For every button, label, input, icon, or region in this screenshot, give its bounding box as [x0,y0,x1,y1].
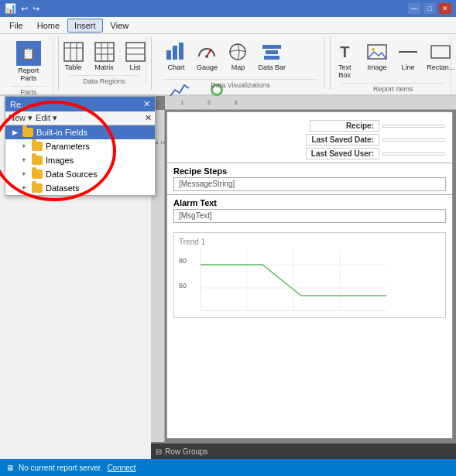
last-saved-user-field-row: Last Saved User: [306,148,444,159]
ribbon-report-parts-button[interactable]: 📋 Report Parts [11,39,46,84]
expander-icon: + [19,184,29,192]
ribbon-databar-button[interactable]: Data Bar [255,39,289,74]
status-server-icon: 🖥 [6,464,14,472]
minimize-button[interactable]: — [408,3,420,14]
tree-item-datasets[interactable]: + Datasets [5,181,155,195]
tree-item-data-sources-label: Data Sources [46,170,98,179]
ribbon-group-data-regions-label: Data Regions [69,75,139,85]
list-icon [125,41,146,63]
folder-datasets-icon [32,183,43,193]
ribbon-textbox-button[interactable]: T Text Box [330,39,360,81]
undo-icon[interactable]: ↩ [21,4,28,14]
trend-area: Trend 1 80 60 [173,232,446,318]
ribbon-separator-1 [58,37,59,90]
trend-y-label-60: 60 [179,282,187,289]
ruler-tick-2: 2 [207,99,210,106]
svg-rect-9 [126,43,145,61]
svg-point-17 [230,44,245,60]
last-saved-date-label: Last Saved Date: [306,134,379,146]
tree-item-images-label: Images [46,156,74,165]
recipe-steps-field: [MessageString] [173,177,446,191]
content-area: 1 2 3 1 2 3 Recipe: Last Saved Date: Las… [151,96,456,459]
folder-built-in-icon [22,128,33,137]
menu-view[interactable]: View [105,19,135,32]
ribbon-chart-button[interactable]: Chart [162,39,190,74]
status-bar: 🖥 No current report server. Connect [0,459,456,476]
table-label: Table [65,63,82,71]
folder-parameters-icon [32,142,43,151]
folder-images-icon [32,156,43,165]
side-panel-edit-button[interactable]: Edit ▾ [36,113,57,123]
ribbon-group-data-viz: Chart Gauge [156,37,325,89]
expander-icon: + [19,170,29,178]
maximize-button[interactable]: □ [423,3,436,14]
redo-icon[interactable]: ↪ [33,4,39,14]
map-icon [227,41,249,63]
trend-title: Trend 1 [179,238,441,246]
gauge-label: Gauge [197,63,218,71]
rectangle-icon [430,41,451,63]
side-panel-delete-button[interactable]: ✕ [145,113,152,123]
tree-item-data-sources[interactable]: + Data Sources [5,167,155,181]
side-panel-toolbar: New ▾ Edit ▾ ✕ [5,111,155,125]
matrix-label: Matrix [94,63,114,71]
tree-item-built-in-fields-label: Built-in Fields [36,128,87,137]
app-icon: 📊 [5,3,16,14]
tree-item-datasets-label: Datasets [46,183,79,193]
tree-item-parameters[interactable]: + Parameters [5,139,155,153]
expander-icon: + [19,142,29,150]
ribbon-group-report-items: T Text Box Image [335,37,451,93]
recipe-steps-title: Recipe Steps [173,166,446,176]
databar-label: Data Bar [258,63,286,71]
image-icon [366,41,388,63]
last-saved-user-label: Last Saved User: [306,148,379,159]
ruler-tick-1: 1 [180,99,183,106]
ribbon-separator-2 [151,37,152,90]
alarm-text-field: [MsgText] [173,209,446,223]
report-canvas: Recipe: Last Saved Date: Last Saved User… [166,111,453,439]
side-panel: Re... ✕ New ▾ Edit ▾ ✕ ▶ Built-in Fields… [5,96,156,196]
svg-rect-12 [166,50,171,60]
recipe-value [382,125,444,128]
row-groups-bar: ⊟ Row Groups [151,443,456,459]
list-label: List [129,63,140,71]
menu-insert[interactable]: Insert [67,19,103,33]
ribbon-list-button[interactable]: List [122,39,149,74]
recipe-label: Recipe: [310,120,379,132]
ribbon-group-data-regions: Table Matrix [63,37,146,85]
side-panel-close-button[interactable]: ✕ [143,99,150,109]
title-bar: 📊 ↩ ↪ — □ ✕ [0,0,456,17]
side-panel-new-button[interactable]: New ▾ [9,113,33,123]
svg-rect-14 [179,43,183,60]
ribbon-rectangle-button[interactable]: Rectan... [425,39,456,74]
ribbon: 📋 Report Parts Parts [0,34,456,96]
trend-chart-svg [201,249,386,311]
window-controls: — □ ✕ [408,3,451,14]
connect-link[interactable]: Connect [107,464,135,472]
close-button[interactable]: ✕ [439,3,451,14]
ribbon-table-button[interactable]: Table [60,39,87,74]
svg-rect-13 [173,46,177,60]
recipe-steps-section: Recipe Steps [MessageString] [167,163,452,194]
ribbon-map-button[interactable]: Map [224,39,252,74]
alarm-text-section: Alarm Text [MsgText] [167,194,452,226]
svg-rect-0 [64,43,83,61]
svg-point-16 [205,55,208,58]
tree-item-built-in-fields[interactable]: ▶ Built-in Fields [5,125,155,139]
ribbon-image-button[interactable]: Image [363,39,391,74]
ruler-horizontal: 1 2 3 [165,96,456,110]
ribbon-matrix-button[interactable]: Matrix [91,39,118,74]
row-groups-icon: ⊟ [156,447,162,456]
ribbon-gauge-button[interactable]: Gauge [193,39,221,74]
gauge-icon [196,41,218,63]
chart-icon [165,41,187,63]
image-label: Image [367,63,386,71]
ribbon-line-button[interactable]: Line [394,39,422,74]
line-icon [397,41,419,63]
menu-file[interactable]: File [3,19,29,32]
menu-home[interactable]: Home [31,19,66,32]
expander-icon: + [19,156,29,164]
svg-rect-20 [368,45,386,59]
tree-item-images[interactable]: + Images [5,153,155,167]
recipe-field-row: Recipe: [310,120,444,132]
